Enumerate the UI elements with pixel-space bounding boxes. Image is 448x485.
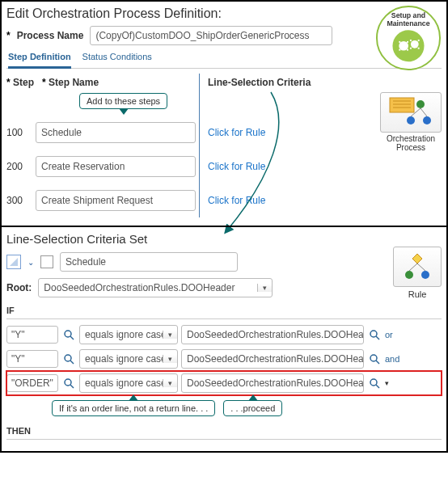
svg-line-26 bbox=[409, 264, 417, 271]
svg-rect-10 bbox=[410, 48, 412, 49]
svg-point-31 bbox=[370, 331, 377, 337]
search-icon[interactable] bbox=[61, 327, 76, 342]
rhs-select[interactable]: DooSeededOrchestrationRules.DOOHeade bbox=[181, 325, 364, 344]
rhs-value: DooSeededOrchestrationRules.DOOHeade bbox=[182, 353, 363, 365]
svg-rect-8 bbox=[410, 40, 412, 41]
tab-status-conditions[interactable]: Status Conditions bbox=[82, 48, 152, 68]
process-name-input[interactable] bbox=[90, 26, 332, 45]
svg-line-34 bbox=[70, 361, 74, 364]
root-row: Root: DooSeededOrchestrationRules.DOOHea… bbox=[6, 278, 442, 297]
line-selection-criteria-panel: Line-Selection Criteria Set Rule ⌄ Root:… bbox=[0, 226, 448, 453]
svg-point-18 bbox=[416, 100, 425, 108]
step-number: 200 bbox=[6, 161, 29, 172]
connector-and[interactable]: and bbox=[385, 354, 403, 364]
orchestration-process-badge: Orchestration Process bbox=[380, 92, 442, 152]
lhs-value-input[interactable]: "ORDER" bbox=[6, 374, 58, 392]
step-row: 200 Create Reservation bbox=[6, 150, 196, 183]
search-icon[interactable] bbox=[367, 376, 382, 390]
condition-row-highlight: "ORDER" equals ignore case ▾ DooSeededOr… bbox=[6, 371, 442, 395]
chevron-down-icon[interactable]: ⌄ bbox=[27, 258, 34, 267]
rhs-select[interactable]: DooSeededOrchestrationRules.DOOHeade bbox=[181, 349, 364, 369]
search-icon[interactable] bbox=[61, 376, 76, 390]
criteria-name-input[interactable] bbox=[60, 252, 238, 272]
search-icon[interactable] bbox=[367, 327, 382, 342]
condition-row: "Y" equals ignore case ▾ DooSeededOrches… bbox=[6, 347, 442, 371]
svg-point-33 bbox=[65, 355, 71, 361]
svg-point-19 bbox=[407, 116, 415, 124]
svg-line-38 bbox=[70, 385, 74, 388]
enable-checkbox[interactable] bbox=[40, 255, 53, 268]
svg-point-25 bbox=[421, 271, 429, 279]
svg-line-32 bbox=[376, 336, 379, 340]
operator-select[interactable]: equals ignore case ▾ bbox=[79, 349, 178, 369]
tab-step-definition[interactable]: Step Definition bbox=[8, 48, 71, 69]
setup-maintenance-badge: Setup and Maintenance bbox=[375, 5, 442, 71]
rule-badge: Rule bbox=[393, 247, 442, 299]
chevron-down-icon: ▾ bbox=[163, 331, 177, 339]
rhs-value: DooSeededOrchestrationRules.DOOHeade bbox=[182, 329, 363, 340]
process-name-label: Process Name bbox=[17, 30, 84, 41]
step-row: 100 Schedule bbox=[6, 116, 196, 150]
operator-value: equals ignore case bbox=[80, 377, 163, 389]
connector-or[interactable]: or bbox=[385, 330, 403, 340]
collapse-toggle-icon[interactable] bbox=[6, 255, 21, 269]
svg-point-20 bbox=[423, 116, 431, 124]
lhs-value-input[interactable]: "Y" bbox=[6, 350, 58, 368]
search-icon[interactable] bbox=[367, 352, 382, 366]
svg-text:Maintenance: Maintenance bbox=[387, 19, 429, 27]
operator-select[interactable]: equals ignore case ▾ bbox=[79, 325, 178, 344]
step-name-input[interactable]: Schedule bbox=[36, 122, 196, 143]
search-icon[interactable] bbox=[61, 352, 76, 366]
chevron-down-icon: ▾ bbox=[163, 379, 177, 387]
col-step: Step bbox=[13, 77, 34, 88]
steps-area: * Step * Step Name Add to these steps 10… bbox=[6, 74, 442, 217]
svg-line-22 bbox=[421, 108, 427, 116]
svg-rect-7 bbox=[407, 49, 408, 51]
svg-rect-9 bbox=[418, 40, 420, 41]
rhs-select[interactable]: DooSeededOrchestrationRules.DOOHeade bbox=[181, 373, 364, 393]
svg-point-39 bbox=[370, 379, 377, 386]
operator-select[interactable]: equals ignore case ▾ bbox=[79, 373, 178, 393]
step-name-input[interactable]: Create Shipment Request bbox=[36, 190, 196, 211]
svg-rect-11 bbox=[418, 48, 420, 49]
svg-rect-4 bbox=[399, 41, 400, 43]
click-for-rule-link[interactable]: Click for Rule bbox=[208, 150, 442, 183]
svg-line-27 bbox=[417, 264, 425, 271]
svg-line-36 bbox=[376, 361, 379, 364]
svg-marker-28 bbox=[10, 258, 18, 266]
step-number: 300 bbox=[6, 195, 29, 206]
callout-proceed: . . .proceed bbox=[223, 400, 282, 416]
svg-point-24 bbox=[405, 271, 413, 279]
svg-point-29 bbox=[65, 331, 71, 337]
svg-point-3 bbox=[411, 40, 419, 48]
operator-value: equals ignore case bbox=[80, 329, 163, 340]
svg-rect-5 bbox=[407, 41, 408, 43]
required-star-icon: * bbox=[6, 30, 11, 41]
section-title: Line-Selection Criteria Set bbox=[6, 232, 442, 246]
svg-line-30 bbox=[70, 336, 74, 340]
edit-orch-process-panel: Edit Orchestration Process Definition: *… bbox=[0, 0, 448, 227]
rhs-value: DooSeededOrchestrationRules.DOOHeade bbox=[182, 377, 363, 389]
operator-value: equals ignore case bbox=[80, 353, 163, 365]
chevron-down-icon: ▾ bbox=[163, 355, 177, 363]
step-row: 300 Create Shipment Request bbox=[6, 183, 196, 217]
then-label: THEN bbox=[6, 424, 442, 440]
svg-line-40 bbox=[376, 385, 379, 388]
svg-point-37 bbox=[65, 379, 71, 386]
root-select[interactable]: DooSeededOrchestrationRules.DOOHeader ▾ bbox=[38, 278, 273, 297]
root-label: Root: bbox=[6, 282, 32, 293]
step-name-input[interactable]: Create Reservation bbox=[36, 156, 196, 177]
callout-if-order-line: If it's an order line, not a return line… bbox=[52, 400, 215, 416]
if-label: IF bbox=[6, 304, 442, 319]
chevron-down-icon[interactable]: ▾ bbox=[385, 379, 389, 387]
criteria-toolbar: ⌄ bbox=[6, 252, 442, 272]
svg-rect-6 bbox=[399, 49, 400, 51]
condition-row: "Y" equals ignore case ▾ DooSeededOrches… bbox=[6, 323, 442, 347]
svg-marker-23 bbox=[412, 254, 422, 264]
click-for-rule-link[interactable]: Click for Rule bbox=[208, 183, 442, 217]
svg-text:Setup and: Setup and bbox=[391, 11, 425, 19]
orchestration-process-label: Orchestration Process bbox=[380, 134, 442, 152]
chevron-down-icon: ▾ bbox=[257, 284, 272, 292]
lhs-value-input[interactable]: "Y" bbox=[6, 326, 58, 344]
step-number: 100 bbox=[6, 127, 29, 138]
